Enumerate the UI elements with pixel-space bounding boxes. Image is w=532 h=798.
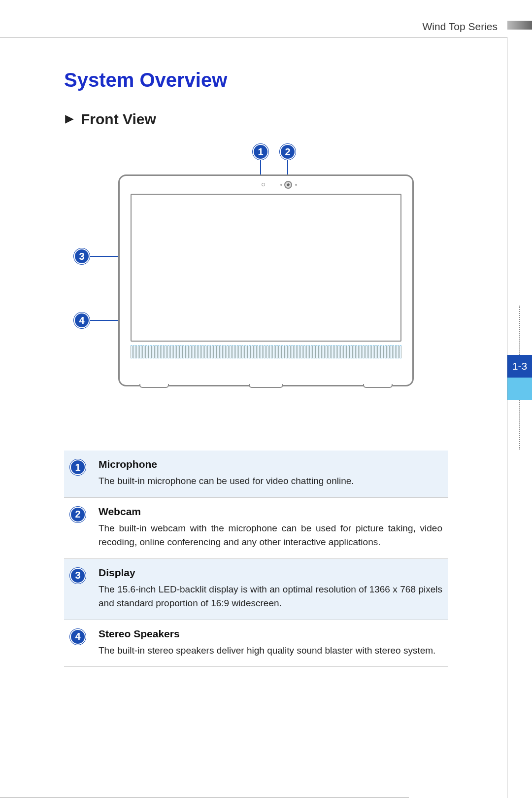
device-foot-center — [249, 384, 283, 388]
legend-desc: The built-in stereo speakers deliver hig… — [99, 644, 442, 658]
legend-title: Webcam — [99, 506, 442, 518]
legend-desc: The 15.6-inch LED-backlit display is wit… — [99, 583, 442, 611]
device-foot-right — [363, 384, 393, 388]
page-top-rule — [0, 37, 507, 37]
speaker-grille — [131, 346, 401, 358]
page-number-tab: 1-3 — [507, 306, 532, 450]
header-accent-bar — [507, 21, 532, 30]
legend-desc: The built-in webcam with the microphone … — [99, 521, 442, 550]
device-outline — [118, 174, 414, 386]
webcam-led-left — [280, 184, 282, 186]
section-heading: Front View — [81, 111, 156, 128]
legend-title: Microphone — [99, 458, 442, 470]
legend-row: 3 Display The 15.6-inch LED-backlit disp… — [64, 559, 448, 620]
legend-row: 1 Microphone The built-in microphone can… — [64, 451, 448, 498]
page-title: System Overview — [64, 69, 448, 91]
webcam-lens-icon — [284, 181, 292, 189]
legend-row: 2 Webcam The built-in webcam with the mi… — [64, 498, 448, 559]
tab-dotted-top — [519, 306, 532, 355]
legend-title: Display — [99, 567, 442, 579]
legend-badge: 2 — [70, 507, 86, 522]
device-foot-left — [139, 384, 169, 388]
page-content: System Overview Front View — [64, 69, 448, 667]
legend-row: 4 Stereo Speakers The built-in stereo sp… — [64, 620, 448, 667]
tab-dotted-bottom — [519, 400, 532, 450]
legend-table: 1 Microphone The built-in microphone can… — [64, 451, 448, 667]
legend-badge: 3 — [70, 568, 86, 584]
legend-desc: The built-in microphone can be used for … — [99, 474, 442, 488]
microphone-hole-icon — [262, 183, 265, 186]
tab-accent — [507, 378, 532, 400]
legend-badge: 1 — [70, 459, 86, 475]
legend-title: Stereo Speakers — [99, 628, 442, 640]
front-view-diagram: 1 2 3 4 — [79, 145, 448, 406]
callout-badge-2: 2 — [280, 144, 296, 160]
manual-page: Wind Top Series System Overview Front Vi… — [0, 0, 532, 798]
section-heading-row: Front View — [64, 111, 448, 128]
callout-badge-4: 4 — [74, 312, 90, 328]
screen-bezel — [131, 194, 401, 342]
series-label: Wind Top Series — [422, 21, 498, 33]
webcam-led-right — [295, 184, 297, 186]
triangle-right-icon — [64, 114, 75, 125]
legend-badge: 4 — [70, 629, 86, 645]
callout-badge-3: 3 — [74, 248, 90, 264]
callout-badge-1: 1 — [253, 144, 268, 160]
page-number: 1-3 — [507, 355, 532, 378]
